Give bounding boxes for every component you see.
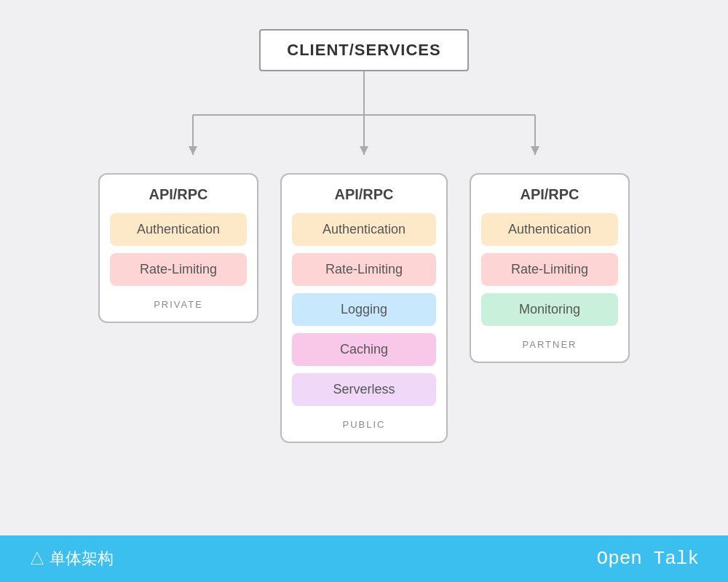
api-rpc-label-partner: API/RPC (520, 186, 579, 203)
client-services-box: CLIENT/SERVICES (259, 29, 468, 71)
svg-marker-6 (360, 146, 368, 155)
chip-private-1: Rate-Limiting (110, 253, 247, 286)
bottom-bar: △ 单体架构 Open Talk (0, 535, 728, 582)
svg-marker-7 (531, 146, 539, 155)
bottom-brand: Open Talk (597, 548, 699, 570)
chip-public-1: Rate-Limiting (292, 253, 436, 286)
card-category-private: PRIVATE (154, 299, 203, 310)
cards-row: API/RPCAuthenticationRate-LimitingPRIVAT… (66, 173, 662, 443)
chip-partner-2: Monitoring (481, 293, 618, 326)
svg-marker-5 (189, 146, 197, 155)
card-category-public: PUBLIC (343, 419, 386, 430)
connector-lines (109, 71, 619, 173)
api-card-private: API/RPCAuthenticationRate-LimitingPRIVAT… (98, 173, 258, 323)
chip-partner-0: Authentication (481, 213, 618, 246)
api-rpc-label-private: API/RPC (149, 186, 207, 203)
bottom-subtitle: △ 单体架构 (29, 548, 114, 570)
chip-public-4: Serverless (292, 373, 436, 406)
main-area: CLIENT/SERVICES API/RPCAuthenticationRat… (0, 0, 728, 535)
chip-public-3: Caching (292, 333, 436, 366)
api-card-partner: API/RPCAuthenticationRate-LimitingMonito… (470, 173, 630, 363)
chip-public-0: Authentication (292, 213, 436, 246)
card-category-partner: PARTNER (523, 339, 577, 350)
chip-private-0: Authentication (110, 213, 247, 246)
chip-public-2: Logging (292, 293, 436, 326)
chip-partner-1: Rate-Limiting (481, 253, 618, 286)
api-rpc-label-public: API/RPC (334, 186, 393, 203)
api-card-public: API/RPCAuthenticationRate-LimitingLoggin… (280, 173, 448, 443)
